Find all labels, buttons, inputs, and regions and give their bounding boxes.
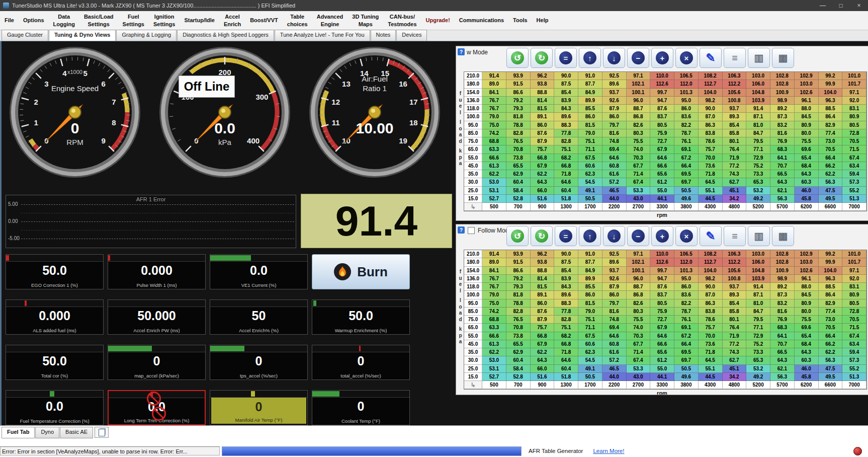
ve-cell-15.0-3800[interactable]: 49.6 bbox=[674, 195, 699, 203]
ve-cell-136.0-5200[interactable]: 103.9 bbox=[746, 97, 770, 105]
ve-cell-100.0-5200[interactable]: 87.1 bbox=[746, 113, 770, 121]
ve-cell-180.0-4800[interactable]: 112.2 bbox=[723, 258, 747, 266]
menu-upgrade[interactable]: Upgrade! bbox=[421, 11, 455, 30]
tab-diagnostics-high-speed-loggers[interactable]: Diagnostics & High Speed Loggers bbox=[177, 30, 274, 41]
ve-cell-30.0-7000[interactable]: 57.3 bbox=[842, 356, 866, 364]
ve-cell-136.0-4300[interactable]: 98.2 bbox=[699, 97, 723, 105]
ve-cell-45.0-7000[interactable]: 63.4 bbox=[842, 162, 866, 170]
grid-view-button[interactable]: ▦ bbox=[772, 226, 794, 246]
ve-cell-15.0-700[interactable]: 52.8 bbox=[506, 373, 531, 381]
tab-graphing-logging[interactable]: Graphing & Logging bbox=[116, 30, 177, 41]
increase-button[interactable]: ↑ bbox=[579, 48, 601, 68]
ve-cell-75.0-6600[interactable]: 73.0 bbox=[819, 137, 843, 145]
ve-cell-55.0-3300[interactable]: 64.6 bbox=[650, 154, 674, 162]
ve-cell-35.0-4300[interactable]: 71.8 bbox=[699, 348, 723, 356]
ve-cell-25.0-1300[interactable]: 60.4 bbox=[554, 187, 578, 195]
ve-cell-25.0-1300[interactable]: 60.4 bbox=[554, 365, 578, 373]
ve-cell-55.0-4800[interactable]: 71.9 bbox=[723, 332, 747, 340]
columns-view-button[interactable]: ▥ bbox=[748, 226, 770, 246]
ve-cell-85.0-4800[interactable]: 85.8 bbox=[723, 129, 747, 137]
ve-cell-210.0-5200[interactable]: 103.0 bbox=[746, 72, 770, 80]
load-header-210.0[interactable]: 210.0 bbox=[464, 250, 482, 258]
ve-cell-95.0-3800[interactable]: 82.2 bbox=[674, 299, 699, 308]
ve-cell-35.0-2700[interactable]: 71.4 bbox=[627, 348, 651, 356]
ve-cell-45.0-4300[interactable]: 73.6 bbox=[699, 162, 723, 170]
rpm-header-2700[interactable]: 2700 bbox=[627, 381, 651, 389]
rpm-header-2700[interactable]: 2700 bbox=[627, 203, 651, 211]
ve-cell-30.0-4300[interactable]: 64.5 bbox=[699, 356, 723, 364]
ve-cell-210.0-4300[interactable]: 108.2 bbox=[699, 250, 723, 258]
ve-cell-25.0-4300[interactable]: 55.1 bbox=[699, 365, 723, 373]
ve-cell-100.0-3300[interactable]: 83.7 bbox=[650, 113, 674, 121]
ve-cell-85.0-1300[interactable]: 77.8 bbox=[554, 129, 578, 137]
ve-cell-25.0-3800[interactable]: 50.5 bbox=[674, 365, 699, 373]
ve-cell-85.0-2200[interactable]: 81.6 bbox=[602, 308, 627, 316]
ve-cell-75.0-5200[interactable]: 79.5 bbox=[746, 137, 770, 145]
ve-cell-30.0-3300[interactable]: 61.2 bbox=[650, 178, 674, 186]
rpm-header-3300[interactable]: 3300 bbox=[650, 203, 674, 211]
ve-cell-45.0-1700[interactable]: 60.6 bbox=[578, 162, 602, 170]
ve-cell-180.0-3300[interactable]: 112.6 bbox=[650, 258, 674, 266]
ve-cell-210.0-3300[interactable]: 110.0 bbox=[650, 72, 674, 80]
ve-cell-95.0-2200[interactable]: 79.7 bbox=[602, 121, 627, 129]
ve-cell-30.0-3800[interactable]: 69.7 bbox=[674, 356, 699, 364]
tab-tune-analyze-live-tune-for-you[interactable]: Tune Analyze Live! - Tune For You bbox=[275, 30, 370, 41]
ve-cell-45.0-4800[interactable]: 77.2 bbox=[723, 340, 747, 348]
undo-button[interactable]: ↺ bbox=[506, 226, 529, 246]
ve-cell-118.0-2700[interactable]: 88.7 bbox=[627, 105, 651, 113]
ve-cell-85.0-2200[interactable]: 81.6 bbox=[602, 129, 627, 137]
ve-cell-45.0-900[interactable]: 67.9 bbox=[531, 340, 555, 348]
rpm-header-4300[interactable]: 4300 bbox=[699, 381, 723, 389]
ve-cell-100.0-6600[interactable]: 86.4 bbox=[819, 291, 843, 299]
ve-cell-85.0-900[interactable]: 87.6 bbox=[531, 308, 555, 316]
ve-cell-85.0-5200[interactable]: 84.7 bbox=[746, 308, 770, 316]
menu-fuel-settings[interactable]: Fuel Settings bbox=[118, 11, 149, 30]
ve-cell-154.0-3800[interactable]: 101.3 bbox=[674, 267, 699, 275]
ve-cell-25.0-2700[interactable]: 53.3 bbox=[627, 365, 651, 373]
ve-cell-154.0-5200[interactable]: 104.8 bbox=[746, 267, 770, 275]
ve-cell-75.0-5700[interactable]: 76.9 bbox=[770, 316, 795, 324]
ve-cell-180.0-700[interactable]: 91.5 bbox=[506, 80, 531, 88]
ve-cell-25.0-1700[interactable]: 49.1 bbox=[578, 365, 602, 373]
ve-cell-210.0-700[interactable]: 93.9 bbox=[506, 72, 531, 80]
ve-cell-45.0-700[interactable]: 65.5 bbox=[506, 340, 531, 348]
ve-cell-85.0-7000[interactable]: 72.8 bbox=[842, 129, 866, 137]
ve-cell-35.0-900[interactable]: 62.2 bbox=[531, 348, 555, 356]
load-header-100.0[interactable]: 100.0 bbox=[464, 113, 482, 121]
ve-cell-55.0-5700[interactable]: 64.1 bbox=[770, 332, 795, 340]
undo-button[interactable]: ↺ bbox=[506, 48, 529, 68]
ve-cell-210.0-1300[interactable]: 90.0 bbox=[554, 72, 578, 80]
redo-button[interactable]: ↻ bbox=[531, 226, 553, 246]
ve-cell-55.0-6200[interactable]: 65.4 bbox=[795, 332, 819, 340]
ve-cell-180.0-1700[interactable]: 87.7 bbox=[578, 258, 602, 266]
ve-cell-100.0-4300[interactable]: 87.0 bbox=[699, 113, 723, 121]
ve-cell-75.0-7000[interactable]: 70.5 bbox=[842, 316, 866, 324]
rpm-header-3800[interactable]: 3800 bbox=[674, 203, 699, 211]
load-header-65.0[interactable]: 65.0 bbox=[464, 145, 482, 154]
ve-cell-45.0-5700[interactable]: 70.7 bbox=[770, 162, 795, 170]
ve-cell-136.0-1700[interactable]: 89.9 bbox=[578, 97, 602, 105]
ve-cell-100.0-3800[interactable]: 83.6 bbox=[674, 291, 699, 299]
ve-cell-25.0-6200[interactable]: 46.0 bbox=[795, 365, 819, 373]
ve-cell-35.0-5700[interactable]: 66.5 bbox=[770, 170, 795, 178]
ve-cell-85.0-6200[interactable]: 80.0 bbox=[795, 129, 819, 137]
ve-cell-180.0-900[interactable]: 93.8 bbox=[531, 80, 555, 88]
rpm-header-3800[interactable]: 3800 bbox=[674, 381, 699, 389]
ve-cell-35.0-3300[interactable]: 65.6 bbox=[650, 170, 674, 178]
ve-cell-85.0-6200[interactable]: 80.0 bbox=[795, 308, 819, 316]
add-button[interactable]: + bbox=[651, 48, 673, 68]
load-header-180.0[interactable]: 180.0 bbox=[464, 258, 482, 266]
ve-cell-85.0-6600[interactable]: 77.4 bbox=[819, 308, 843, 316]
multiply-button[interactable]: × bbox=[675, 226, 698, 246]
ve-cell-136.0-700[interactable]: 79.2 bbox=[506, 275, 531, 283]
load-header-45.0[interactable]: 45.0 bbox=[464, 340, 482, 348]
ve-cell-118.0-3800[interactable]: 86.0 bbox=[674, 283, 699, 291]
rpm-header-5700[interactable]: 5700 bbox=[770, 381, 795, 389]
ve-cell-75.0-5700[interactable]: 76.9 bbox=[770, 137, 795, 145]
rpm-header-2200[interactable]: 2200 bbox=[602, 203, 627, 211]
ve-cell-118.0-6600[interactable]: 88.5 bbox=[819, 105, 843, 113]
ve-cell-45.0-700[interactable]: 65.5 bbox=[506, 162, 531, 170]
ve-cell-180.0-4800[interactable]: 112.2 bbox=[723, 80, 747, 88]
ve-cell-118.0-5700[interactable]: 89.2 bbox=[770, 105, 795, 113]
ve-cell-136.0-7000[interactable]: 92.0 bbox=[842, 275, 866, 283]
